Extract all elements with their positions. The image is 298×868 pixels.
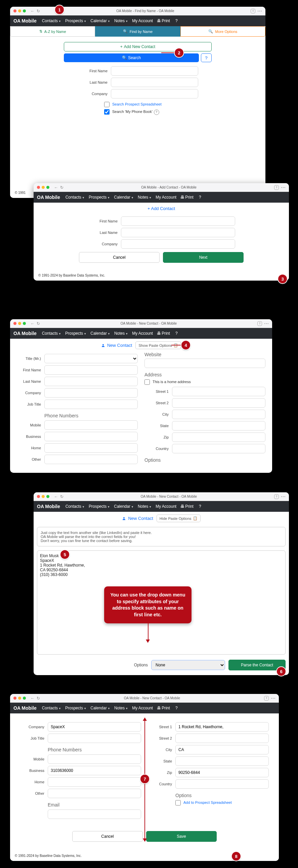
last-name-field[interactable] — [111, 78, 198, 87]
menu-calendar[interactable]: Calendar▼ — [89, 704, 111, 712]
share-icon[interactable]: ⇪ — [274, 494, 279, 499]
menu-calendar[interactable]: Calendar▼ — [112, 503, 135, 510]
menu-prospects[interactable]: Prospects▼ — [87, 193, 111, 201]
share-icon[interactable]: ⇪ — [274, 185, 279, 190]
tab-az-by-name[interactable]: ⇅A-Z by Name — [10, 26, 95, 37]
company-field[interactable] — [44, 388, 138, 398]
website-field[interactable] — [144, 359, 265, 368]
first-name-field[interactable] — [121, 216, 235, 226]
menu-calendar[interactable]: Calendar▼ — [112, 193, 135, 201]
add-prospect-checkbox[interactable] — [175, 800, 181, 806]
menu-contacts[interactable]: Contacts▼ — [41, 330, 63, 337]
menu-myaccount[interactable]: My Account — [131, 17, 154, 25]
nav-back-icon[interactable]: ← — [54, 185, 58, 190]
window-controls[interactable] — [13, 9, 26, 12]
menu-contacts[interactable]: Contacts▼ — [41, 17, 63, 25]
state-field[interactable] — [175, 756, 269, 766]
menu-print[interactable]: 🖶Print — [156, 704, 171, 712]
first-name-field[interactable] — [111, 66, 198, 75]
brand[interactable]: OA Mobile — [13, 331, 37, 336]
more-icon[interactable]: ⋯ — [264, 321, 269, 326]
save-button[interactable]: Save — [146, 831, 217, 842]
menu-print[interactable]: 🖶Print — [156, 17, 171, 25]
menu-contacts[interactable]: Contacts▼ — [64, 193, 86, 201]
menu-help[interactable]: ? — [174, 330, 179, 337]
menu-help[interactable]: ? — [174, 704, 179, 712]
company-field[interactable] — [121, 239, 235, 249]
menu-print[interactable]: 🖶Print — [179, 503, 195, 510]
menu-calendar[interactable]: Calendar▼ — [89, 330, 111, 337]
state-field[interactable] — [172, 421, 265, 431]
hide-paste-options-button[interactable]: Hide Paste Options 📋 — [157, 515, 201, 522]
more-icon[interactable]: ⋯ — [281, 494, 286, 499]
window-controls[interactable] — [13, 322, 26, 325]
menu-help[interactable]: ? — [174, 17, 179, 25]
parse-contact-button[interactable]: Parse the Contact — [228, 660, 286, 671]
reload-icon[interactable]: ↻ — [60, 185, 64, 190]
title-select[interactable] — [44, 354, 138, 363]
share-icon[interactable]: ⇪ — [257, 321, 262, 326]
menu-myaccount[interactable]: My Account — [154, 503, 178, 510]
street2-field[interactable] — [175, 734, 269, 743]
job-title-field[interactable] — [44, 400, 138, 409]
options-select[interactable]: None — [151, 660, 225, 670]
tab-find-by-name[interactable]: 🔍Find by Name — [95, 26, 180, 37]
tab-more-options[interactable]: 🔍More Options — [180, 26, 265, 37]
street1-field[interactable] — [172, 387, 265, 396]
menu-contacts[interactable]: Contacts▼ — [41, 704, 63, 712]
home-field[interactable] — [44, 443, 138, 453]
cancel-button[interactable]: Cancel — [79, 252, 160, 263]
street2-field[interactable] — [172, 398, 265, 408]
menu-print[interactable]: 🖶Print — [179, 193, 195, 201]
mobile-field[interactable] — [44, 421, 138, 430]
reload-icon[interactable]: ↻ — [60, 494, 64, 499]
city-field[interactable] — [172, 410, 265, 419]
menu-help[interactable]: ? — [198, 193, 203, 201]
brand[interactable]: OA Mobile — [37, 504, 60, 509]
menu-prospects[interactable]: Prospects▼ — [64, 330, 88, 337]
brand[interactable]: OA Mobile — [37, 194, 60, 200]
menu-notes[interactable]: Notes▼ — [113, 330, 129, 337]
nav-back-icon[interactable]: ← — [31, 696, 35, 701]
menu-notes[interactable]: Notes▼ — [113, 17, 129, 25]
nav-back-icon[interactable]: ← — [31, 321, 35, 326]
help-icon[interactable]: ? — [154, 110, 159, 115]
country-field[interactable] — [172, 444, 265, 453]
brand[interactable]: OA Mobile — [13, 18, 37, 24]
menu-contacts[interactable]: Contacts▼ — [64, 503, 86, 510]
job-title-field[interactable] — [48, 734, 141, 743]
other-field[interactable] — [44, 455, 138, 464]
business-field[interactable] — [44, 432, 138, 441]
window-controls[interactable] — [13, 696, 26, 700]
company-field[interactable] — [111, 89, 198, 98]
brand[interactable]: OA Mobile — [13, 705, 37, 711]
city-field[interactable] — [175, 745, 269, 754]
menu-prospects[interactable]: Prospects▼ — [64, 704, 88, 712]
email-field[interactable] — [48, 809, 141, 819]
search-phonebook-checkbox[interactable] — [104, 109, 109, 115]
menu-notes[interactable]: Notes▼ — [113, 704, 129, 712]
menu-notes[interactable]: Notes▼ — [136, 193, 153, 201]
last-name-field[interactable] — [121, 228, 235, 237]
add-new-contact-button[interactable]: +Add New Contact — [64, 42, 212, 52]
country-field[interactable] — [175, 779, 269, 789]
cancel-button[interactable]: Cancel — [72, 831, 143, 842]
search-prospect-checkbox[interactable] — [104, 102, 109, 107]
reload-icon[interactable]: ↻ — [37, 9, 40, 13]
more-icon[interactable]: ⋯ — [257, 9, 262, 13]
other-field[interactable] — [48, 789, 141, 798]
menu-prospects[interactable]: Prospects▼ — [87, 503, 111, 510]
company-field[interactable] — [48, 722, 141, 732]
share-icon[interactable]: ⇪ — [264, 696, 269, 701]
window-controls[interactable] — [37, 186, 49, 189]
first-name-field[interactable] — [44, 365, 138, 375]
menu-print[interactable]: 🖶Print — [156, 330, 171, 337]
nav-back-icon[interactable]: ← — [31, 9, 35, 13]
menu-myaccount[interactable]: My Account — [154, 193, 178, 201]
last-name-field[interactable] — [44, 377, 138, 386]
zip-field[interactable] — [175, 768, 269, 777]
share-icon[interactable]: ⇪ — [251, 9, 255, 13]
menu-help[interactable]: ? — [198, 503, 203, 510]
nav-back-icon[interactable]: ← — [54, 494, 58, 499]
home-address-checkbox[interactable] — [144, 379, 150, 385]
